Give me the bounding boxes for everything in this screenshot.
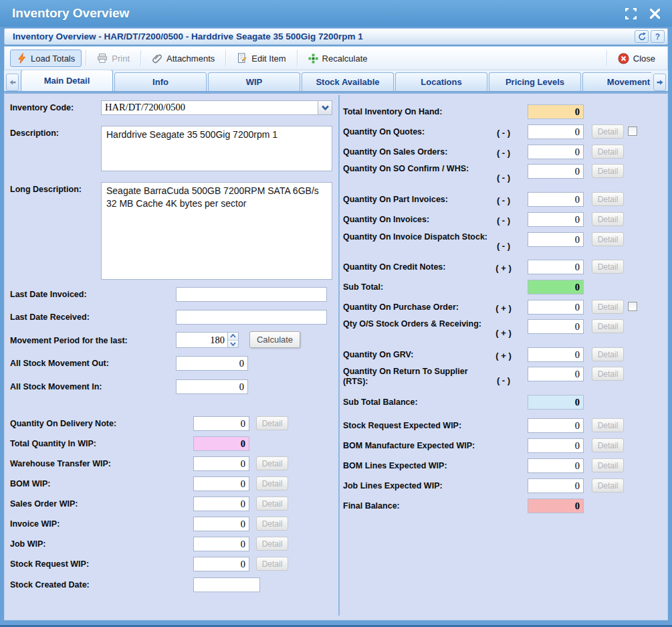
panel-title: Inventory Overview - HAR/DT/7200/0500 - … <box>13 31 363 41</box>
total-quantity-in-wip-label: Total Quantity In WIP: <box>10 439 96 449</box>
tab-scroll-left-button[interactable] <box>6 74 19 91</box>
tab-scroll-right-button[interactable] <box>653 74 666 91</box>
stock-created-date-label: Stock Created Date: <box>10 580 90 590</box>
toolbar-separator <box>606 50 607 66</box>
refresh-icon <box>637 32 646 41</box>
column-divider <box>338 95 340 616</box>
tab-pricing-levels[interactable]: Pricing Levels <box>489 72 581 91</box>
last-date-invoiced-input[interactable] <box>176 287 327 302</box>
lightning-icon <box>17 53 27 64</box>
last-date-invoiced-label: Last Date Invoiced: <box>10 290 87 300</box>
tab-locations[interactable]: Locations <box>395 72 487 91</box>
quotes-checkbox[interactable] <box>628 126 637 136</box>
all-stock-movement-in-input[interactable] <box>176 379 248 394</box>
quantity-on-invoice-dispatch-stock-input[interactable] <box>528 232 584 247</box>
detail-button: Detail <box>592 260 624 274</box>
detail-button: Detail <box>256 497 288 511</box>
movement-period-stepper[interactable] <box>176 332 239 348</box>
sales-order-wip-input[interactable] <box>193 497 249 511</box>
detail-button: Detail <box>592 478 624 492</box>
stock-request-expected-wip-label: Stock Request Expected WIP: <box>343 421 493 431</box>
tab-stock-available[interactable]: Stock Available <box>302 72 394 91</box>
all-stock-movement-out-input[interactable] <box>176 356 248 371</box>
stock-created-date-input[interactable] <box>193 577 260 592</box>
long-description-textarea[interactable]: Seagate BarraCuda 500GB 7200RPM SATA 6GB… <box>101 182 332 280</box>
tab-movement[interactable]: Movement <box>582 72 651 91</box>
stock-request-wip-input[interactable] <box>193 557 249 571</box>
maximize-icon[interactable] <box>624 7 637 20</box>
bom-lines-expected-wip-label: BOM Lines Expected WIP: <box>343 461 493 471</box>
quantity-on-credit-notes-label: Quantity On Credit Notes: <box>343 262 493 272</box>
quantity-on-quotes-input[interactable] <box>528 124 584 139</box>
quantity-on-purchase-order-input[interactable] <box>528 300 584 315</box>
calculate-button[interactable]: Calculate <box>249 331 300 348</box>
invoice-wip-label: Invoice WIP: <box>10 519 60 529</box>
toolbar-separator <box>297 50 298 66</box>
bom-lines-expected-wip-input[interactable] <box>528 458 584 473</box>
stock-request-wip-label: Stock Request WIP: <box>10 559 89 569</box>
detail-button: Detail <box>592 124 624 139</box>
close-button[interactable]: Close <box>611 50 662 68</box>
detail-button: Detail <box>256 456 288 470</box>
job-wip-label: Job WIP: <box>10 539 45 549</box>
spinner-up-icon[interactable] <box>228 333 238 340</box>
bom-wip-input[interactable] <box>193 476 249 491</box>
detail-button: Detail <box>256 557 288 571</box>
quantity-on-grv-input[interactable] <box>528 347 584 362</box>
invoice-wip-input[interactable] <box>193 517 249 531</box>
quantity-on-invoices-input[interactable] <box>528 212 584 227</box>
quantity-on-so-confirm-whs-label: Quantity On SO Confirm / WHS: <box>343 164 493 174</box>
movement-period-label: Movement Period for the last: <box>10 336 128 346</box>
detail-button: Detail <box>592 232 624 246</box>
help-button[interactable]: ? <box>651 30 665 43</box>
main-detail-panel: Inventory Code: HAR/DT/7200/0500 Descrip… <box>4 92 668 620</box>
quantity-on-return-to-supplier-input[interactable] <box>528 367 584 381</box>
panel-header: Inventory Overview - HAR/DT/7200/0500 - … <box>4 28 668 45</box>
tab-wip[interactable]: WIP <box>208 72 300 91</box>
qty-os-stock-orders-receiving-input[interactable] <box>528 319 584 334</box>
quantity-on-sales-orders-input[interactable] <box>528 145 584 159</box>
warehouse-transfer-wip-input[interactable] <box>193 456 249 471</box>
spinner-down-icon[interactable] <box>228 340 238 348</box>
close-icon[interactable] <box>648 7 661 20</box>
tab-main-detail[interactable]: Main Detail <box>21 70 113 91</box>
quantity-on-part-invoices-label: Quantity On Part Invoices: <box>343 195 493 205</box>
plus-sign: ( + ) <box>491 351 516 361</box>
quantity-on-purchase-order-label: Quantity On Purchase Order: <box>343 302 493 312</box>
job-wip-input[interactable] <box>193 537 249 551</box>
bom-manufacture-expected-wip-input[interactable] <box>528 438 584 453</box>
job-lines-expected-wip-input[interactable] <box>528 478 584 493</box>
detail-button: Detail <box>592 145 624 159</box>
plus-sign: ( + ) <box>491 303 516 313</box>
bom-wip-label: BOM WIP: <box>10 479 50 489</box>
load-totals-button[interactable]: Load Totals <box>10 50 82 67</box>
attachments-button[interactable]: Attachments <box>145 50 221 67</box>
toolbar-separator <box>140 50 141 66</box>
chevron-down-icon[interactable] <box>318 101 332 114</box>
detail-button: Detail <box>256 517 288 531</box>
movement-period-input[interactable] <box>177 333 227 347</box>
detail-button: Detail <box>592 367 624 381</box>
quantity-on-credit-notes-input[interactable] <box>528 260 584 274</box>
toolbar-separator <box>225 50 226 66</box>
print-button: Print <box>90 50 136 67</box>
stock-request-expected-wip-input[interactable] <box>528 418 584 433</box>
quantity-on-delivery-note-input[interactable] <box>193 416 249 431</box>
refresh-button[interactable] <box>635 30 649 43</box>
quantity-on-part-invoices-input[interactable] <box>528 192 584 207</box>
qty-os-stock-orders-receiving-label: Qty O/S Stock Orders & Receiving: <box>343 319 493 329</box>
quantity-on-so-confirm-whs-input[interactable] <box>528 164 584 179</box>
purchase-order-checkbox[interactable] <box>628 302 637 311</box>
plus-sign: ( + ) <box>491 328 516 338</box>
window-title: Inventory Overview <box>12 6 129 21</box>
minus-sign: ( - ) <box>491 375 516 385</box>
edit-item-button[interactable]: Edit Item <box>230 50 292 67</box>
tab-info[interactable]: Info <box>114 72 207 91</box>
last-date-received-input[interactable] <box>176 310 327 325</box>
sub-total-value: 0 <box>528 280 584 294</box>
recalculate-button[interactable]: Recalculate <box>302 50 374 67</box>
inventory-code-select[interactable]: HAR/DT/7200/0500 <box>101 100 332 115</box>
final-balance-value: 0 <box>528 499 584 513</box>
description-textarea[interactable]: Harddrive Seagate 35 500Gig 7200rpm 1 <box>101 126 332 171</box>
printer-icon <box>97 53 108 64</box>
